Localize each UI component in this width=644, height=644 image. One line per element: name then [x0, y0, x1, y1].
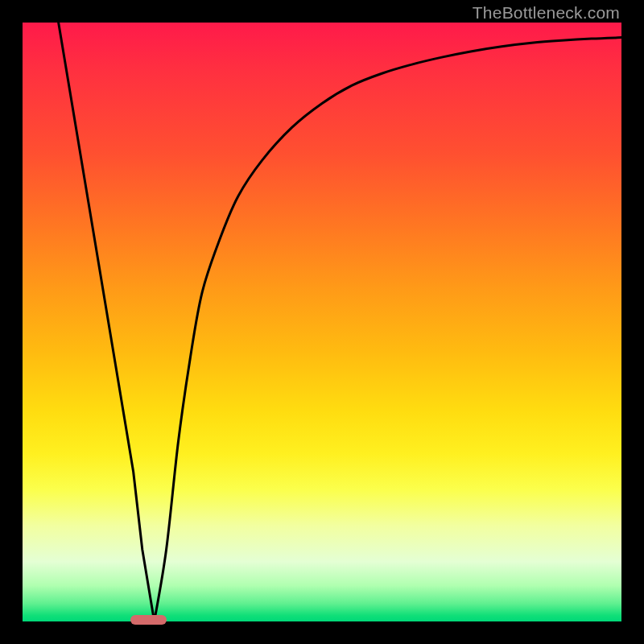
bottleneck-chart: TheBottleneck.com	[0, 0, 644, 644]
plot-area	[23, 23, 621, 621]
watermark-label: TheBottleneck.com	[473, 3, 620, 23]
curve-layer	[23, 23, 621, 621]
optimum-marker	[130, 615, 167, 625]
v-curve-path	[59, 23, 621, 621]
